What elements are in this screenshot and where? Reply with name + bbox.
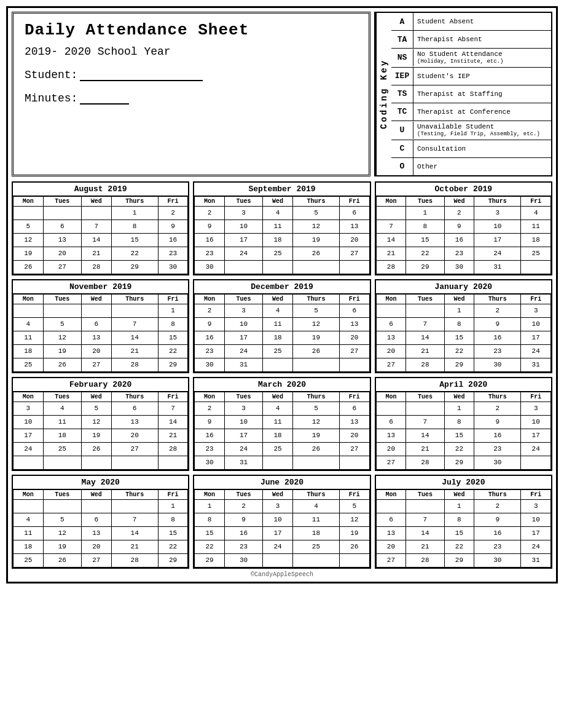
calendar-day: 7	[81, 220, 111, 233]
calendar-day	[376, 304, 406, 317]
calendar-day	[81, 499, 111, 513]
calendar-day: 22	[111, 247, 158, 260]
calendar-day: 1	[158, 304, 188, 317]
calendar-day: 28	[111, 553, 158, 567]
calendar-day: 9	[474, 415, 521, 429]
calendar-day: 20	[340, 429, 370, 442]
calendar-day: 12	[292, 317, 339, 331]
calendar-day: 9	[195, 220, 225, 233]
calendar-day	[292, 456, 339, 469]
table-row: 910111213	[195, 220, 369, 233]
calendar-day: 26	[43, 553, 81, 567]
calendar-day: 3	[224, 304, 262, 317]
calendar-day: 25	[14, 358, 44, 371]
table-row: 89101112	[195, 513, 369, 526]
calendar-box: March 2020MonTuesWedThursFri234569101112…	[193, 377, 370, 471]
table-row: 3031	[195, 358, 369, 371]
day-header: Tues	[224, 489, 262, 499]
calendar-day: 24	[14, 442, 44, 456]
calendar-day: 26	[292, 442, 339, 456]
day-header: Wed	[81, 489, 111, 499]
calendar-day: 22	[444, 540, 474, 553]
calendar-day: 30	[195, 358, 225, 371]
calendar-day: 23	[195, 442, 225, 456]
day-header: Tues	[224, 196, 262, 206]
table-row: 23456	[195, 402, 369, 415]
calendar-day	[406, 499, 444, 513]
calendar-table: MonTuesWedThursFri1236789101314151617202…	[376, 294, 551, 372]
calendar-day: 17	[224, 429, 262, 442]
calendar-title: October 2019	[376, 183, 551, 196]
calendar-day: 28	[158, 442, 188, 456]
table-row: 12345	[195, 499, 369, 513]
calendar-day: 13	[376, 526, 406, 540]
calendar-day: 29	[195, 553, 225, 567]
calendar-day: 12	[43, 331, 81, 344]
day-header: Fri	[340, 196, 370, 206]
calendar-day: 22	[158, 540, 188, 553]
calendar-day: 1	[444, 304, 474, 317]
calendar-day: 15	[406, 233, 444, 247]
calendar-day: 16	[474, 429, 521, 442]
coding-key-row: IEPStudent's IEP	[391, 68, 551, 85]
table-row: 1112131415	[14, 331, 188, 344]
calendar-day: 24	[521, 540, 551, 553]
day-header: Tues	[224, 392, 262, 402]
calendar-day: 10	[474, 220, 521, 233]
calendar-day: 19	[340, 526, 370, 540]
table-row: 678910	[376, 317, 550, 331]
calendar-day: 19	[14, 247, 44, 260]
calendar-day: 31	[521, 358, 551, 371]
calendar-day: 20	[340, 233, 370, 247]
table-row: 910111213	[195, 415, 369, 429]
calendar-day: 2	[195, 402, 225, 415]
calendar-day: 16	[474, 526, 521, 540]
table-row: 1819202122	[14, 344, 188, 358]
calendar-title: November 2019	[13, 280, 188, 294]
coding-key-desc: Therapist at Staffing	[413, 89, 506, 100]
table-row: 30	[195, 260, 369, 274]
calendar-day	[14, 499, 44, 513]
day-header: Tues	[406, 294, 444, 304]
table-row: 2324252627	[195, 247, 369, 260]
table-row: 1	[14, 304, 188, 317]
calendar-day: 23	[195, 344, 225, 358]
calendar-day: 29	[158, 358, 188, 371]
calendar-day: 3	[224, 206, 262, 220]
coding-key-code: A	[391, 13, 413, 30]
table-row: 2021222324	[376, 344, 550, 358]
calendar-day: 4	[263, 402, 293, 415]
calendar-day: 19	[292, 331, 339, 344]
calendar-day: 18	[263, 429, 293, 442]
table-row: 27282930	[376, 456, 550, 469]
coding-key-desc: Therapist at Conference	[413, 106, 514, 117]
day-header: Fri	[521, 294, 551, 304]
calendar-day: 28	[376, 260, 406, 274]
calendar-day: 7	[376, 220, 406, 233]
table-row: 1234	[376, 206, 550, 220]
calendar-day: 12	[292, 220, 339, 233]
calendar-day: 29	[444, 456, 474, 469]
calendar-day	[43, 304, 81, 317]
calendar-day: 16	[224, 526, 262, 540]
calendar-day: 5	[81, 402, 111, 415]
page-title: Daily Attendance Sheet	[25, 21, 358, 39]
calendar-day: 3	[474, 206, 521, 220]
calendar-day: 3	[521, 304, 551, 317]
calendar-day: 22	[444, 442, 474, 456]
calendar-title: March 2020	[194, 378, 369, 392]
calendar-day: 5	[340, 499, 370, 513]
calendar-day	[521, 456, 551, 469]
calendar-day: 16	[195, 331, 225, 344]
calendar-day: 14	[406, 526, 444, 540]
calendar-day: 23	[224, 540, 262, 553]
day-header: Tues	[43, 392, 81, 402]
calendar-day: 12	[340, 513, 370, 526]
calendar-day: 9	[474, 317, 521, 331]
calendar-day: 17	[474, 233, 521, 247]
calendar-day: 26	[43, 358, 81, 371]
calendar-day: 25	[263, 247, 293, 260]
table-row: 1	[14, 499, 188, 513]
calendar-day: 19	[43, 540, 81, 553]
calendar-day: 11	[263, 317, 293, 331]
